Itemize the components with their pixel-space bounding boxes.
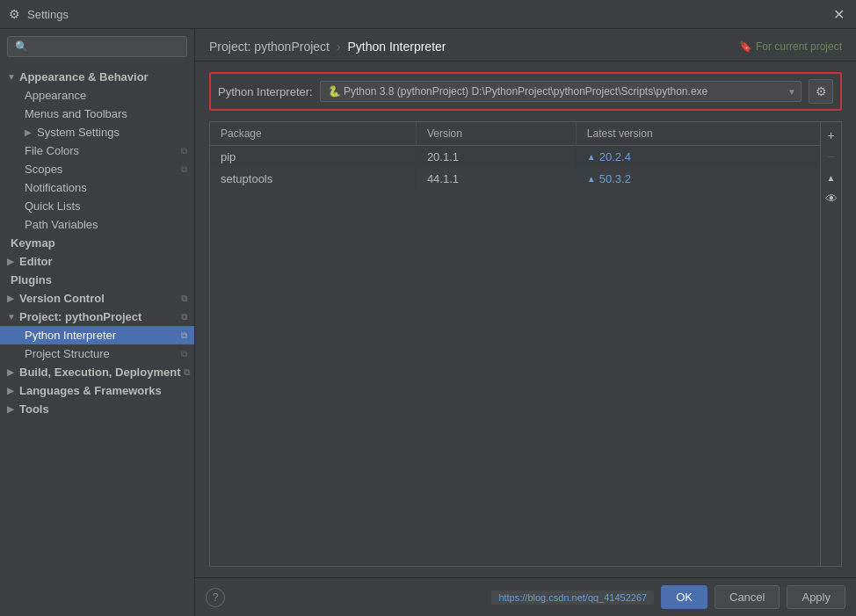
package-name: setuptools — [210, 168, 416, 190]
sidebar-item-plugins[interactable]: Plugins — [0, 271, 194, 289]
package-version: 44.1.1 — [416, 168, 576, 190]
col-latest: Latest version — [576, 122, 820, 146]
build-badge: ⧉ — [184, 367, 190, 378]
sidebar-item-appearance[interactable]: Appearance — [0, 86, 194, 105]
sidebar-item-label: Languages & Frameworks — [19, 384, 162, 397]
sidebar-item-label: Path Variables — [25, 218, 98, 231]
sidebar: ▼ Appearance & Behavior Appearance Menus… — [0, 29, 195, 616]
sidebar-item-label: Version Control — [19, 292, 105, 305]
sidebar-item-label: Build, Execution, Deployment — [19, 366, 180, 379]
titlebar-title: Settings — [27, 8, 69, 21]
sidebar-item-appearance-behavior[interactable]: ▼ Appearance & Behavior — [0, 68, 194, 86]
sidebar-item-label: Scopes — [25, 163, 62, 176]
sidebar-item-label: Appearance — [25, 89, 86, 102]
sidebar-item-menus-toolbars[interactable]: Menus and Toolbars — [0, 105, 194, 123]
sidebar-item-build-execution[interactable]: ▶ Build, Execution, Deployment ⧉ — [0, 363, 194, 381]
up-arrow-icon: ▲ — [587, 174, 596, 184]
expand-arrow: ▶ — [7, 257, 16, 266]
sidebar-item-keymap[interactable]: Keymap — [0, 234, 194, 252]
file-colors-badge: ⧉ — [181, 146, 187, 156]
interpreter-select-wrapper: 🐍 Python 3.8 (pythonProject) D:\PythonPr… — [320, 81, 802, 102]
titlebar-left: ⚙ Settings — [9, 7, 69, 21]
cancel-button[interactable]: Cancel — [715, 585, 780, 609]
expand-arrow: ▶ — [7, 404, 16, 414]
table-row[interactable]: pip 20.1.1 ▲ 20.2.4 — [210, 146, 820, 169]
package-name: pip — [210, 146, 416, 169]
project-structure-badge: ⧉ — [181, 349, 187, 359]
sidebar-item-scopes[interactable]: Scopes ⧉ — [0, 160, 194, 178]
sidebar-item-label: Tools — [19, 402, 49, 416]
breadcrumb: Project: pythonProject › Python Interpre… — [209, 40, 446, 54]
gear-icon: ⚙ — [816, 84, 827, 98]
breadcrumb-arrow: › — [337, 40, 345, 54]
gear-button[interactable]: ⚙ — [809, 79, 833, 104]
sidebar-item-label: Appearance & Behavior — [19, 70, 149, 83]
sidebar-item-system-settings[interactable]: ▶ System Settings — [0, 123, 194, 141]
expand-arrow: ▶ — [7, 294, 16, 303]
for-project-link[interactable]: 🔖 For current project — [739, 40, 842, 53]
close-button[interactable]: ✕ — [830, 5, 847, 23]
sidebar-item-label: System Settings — [37, 126, 120, 139]
version-update: ▲ 50.3.2 — [587, 172, 809, 185]
sidebar-item-label: Plugins — [11, 273, 52, 286]
expand-arrow: ▼ — [7, 72, 16, 82]
search-input[interactable] — [7, 36, 187, 57]
remove-package-button[interactable]: − — [822, 147, 841, 166]
apply-button[interactable]: Apply — [787, 585, 845, 609]
package-latest: ▲ 20.2.4 — [576, 146, 820, 169]
ok-button[interactable]: OK — [661, 585, 707, 609]
bottom-buttons: https://blog.csdn.net/qq_41452267 OK Can… — [491, 585, 845, 609]
expand-arrow: ▶ — [7, 386, 16, 395]
sidebar-item-python-interpreter[interactable]: Python Interpreter ⧉ — [0, 326, 194, 344]
sidebar-item-label: Editor — [19, 255, 53, 268]
up-arrow-icon: ▲ — [587, 152, 596, 162]
project-badge: ⧉ — [181, 312, 187, 322]
panel-body: Python Interpreter: 🐍 Python 3.8 (python… — [195, 62, 856, 577]
python-interpreter-badge: ⧉ — [181, 330, 187, 341]
sidebar-item-label: File Colors — [25, 144, 79, 157]
version-control-badge: ⧉ — [181, 294, 187, 304]
packages-table: Package Version Latest version pip 20.1.… — [210, 122, 820, 566]
titlebar: ⚙ Settings ✕ — [0, 0, 856, 29]
eye-button[interactable]: 👁 — [822, 189, 841, 208]
bookmark-icon: 🔖 — [739, 40, 752, 53]
sidebar-item-notifications[interactable]: Notifications — [0, 178, 194, 197]
sidebar-item-label: Notifications — [25, 181, 87, 194]
sidebar-item-project-structure[interactable]: Project Structure ⧉ — [0, 344, 194, 363]
breadcrumb-current: Python Interpreter — [347, 40, 446, 54]
sidebar-tree: ▼ Appearance & Behavior Appearance Menus… — [0, 64, 194, 616]
package-latest: ▲ 50.3.2 — [576, 168, 820, 190]
expand-arrow: ▶ — [7, 367, 16, 377]
sidebar-item-version-control[interactable]: ▶ Version Control ⧉ — [0, 289, 194, 308]
sidebar-item-label: Quick Lists — [25, 199, 81, 213]
sidebar-item-tools[interactable]: ▶ Tools — [0, 400, 194, 418]
sidebar-item-languages-frameworks[interactable]: ▶ Languages & Frameworks — [0, 381, 194, 400]
help-button[interactable]: ? — [206, 588, 225, 607]
add-package-button[interactable]: + — [822, 126, 841, 145]
sidebar-item-label: Keymap — [11, 236, 55, 250]
package-version: 20.1.1 — [416, 146, 576, 169]
sidebar-item-project-pythonproject[interactable]: ▼ Project: pythonProject ⧉ — [0, 308, 194, 326]
sidebar-item-label: Project: pythonProject — [19, 310, 141, 323]
sidebar-item-path-variables[interactable]: Path Variables — [0, 215, 194, 234]
sidebar-item-file-colors[interactable]: File Colors ⧉ — [0, 141, 194, 160]
sidebar-item-quick-lists[interactable]: Quick Lists — [0, 197, 194, 215]
expand-arrow: ▼ — [7, 312, 16, 322]
url-bar: https://blog.csdn.net/qq_41452267 — [491, 591, 654, 605]
scopes-badge: ⧉ — [181, 164, 187, 175]
interpreter-select[interactable]: 🐍 Python 3.8 (pythonProject) D:\PythonPr… — [320, 81, 802, 102]
table-row[interactable]: setuptools 44.1.1 ▲ 50.3.2 — [210, 168, 820, 190]
settings-icon: ⚙ — [9, 7, 20, 21]
bottom-bar: ? https://blog.csdn.net/qq_41452267 OK C… — [195, 577, 856, 616]
sidebar-item-label: Python Interpreter — [25, 329, 116, 342]
col-version: Version — [416, 122, 576, 146]
sidebar-item-editor[interactable]: ▶ Editor — [0, 252, 194, 271]
col-package: Package — [210, 122, 416, 146]
for-project-label: For current project — [756, 40, 842, 53]
expand-arrow: ▶ — [25, 127, 33, 137]
right-panel: Project: pythonProject › Python Interpre… — [195, 29, 856, 616]
interpreter-row: Python Interpreter: 🐍 Python 3.8 (python… — [209, 72, 842, 111]
version-update: ▲ 20.2.4 — [587, 150, 809, 163]
breadcrumb-parent: Project: pythonProject — [209, 40, 330, 54]
scroll-up-button[interactable]: ▲ — [822, 168, 841, 187]
